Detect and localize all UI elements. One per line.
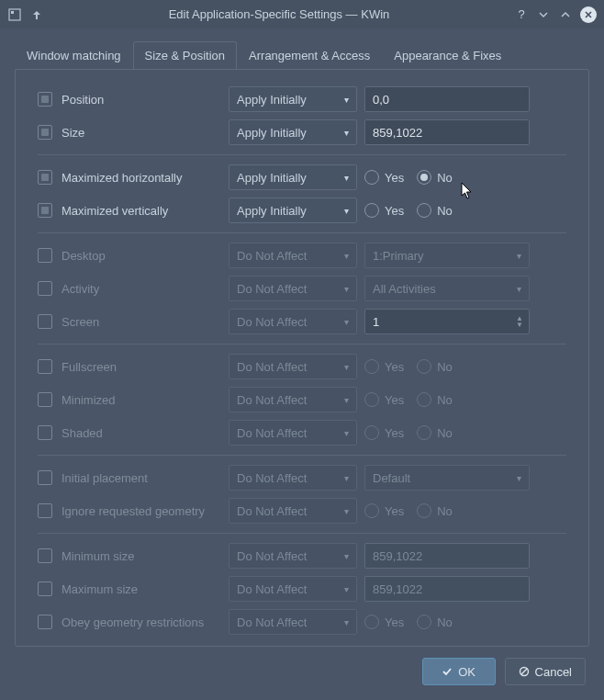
position-input[interactable]: 0,0 xyxy=(364,86,530,112)
activity-rule-select: Do Not Affect ▾ xyxy=(229,276,357,301)
chevron-down-icon: ▾ xyxy=(344,173,349,183)
activity-value-select: All Activities ▾ xyxy=(364,276,530,301)
maxv-rule-select[interactable]: Apply Initially ▾ xyxy=(229,198,357,223)
minimized-checkbox[interactable]: Minimized xyxy=(38,392,221,407)
radio-icon xyxy=(417,425,431,440)
spin-arrows-icon: ▲▼ xyxy=(516,315,523,328)
ignoregeo-checkbox[interactable]: Ignore requested geometry xyxy=(38,503,221,518)
activity-checkbox[interactable]: Activity xyxy=(38,281,221,296)
maxh-no-radio[interactable]: No xyxy=(417,170,453,185)
checkbox-icon xyxy=(38,92,52,107)
shaded-rule-select: Do Not Affect ▾ xyxy=(229,420,357,446)
desktop-label: Desktop xyxy=(62,249,106,263)
position-checkbox[interactable]: Position xyxy=(38,92,221,107)
desktop-value-select: 1:Primary ▾ xyxy=(364,243,530,268)
chevron-down-icon: ▾ xyxy=(517,284,521,294)
maxsize-label: Maximum size xyxy=(62,582,138,596)
radio-icon xyxy=(364,359,379,374)
chevron-down-icon: ▾ xyxy=(344,284,349,294)
size-input[interactable]: 859,1022 xyxy=(364,119,530,145)
minsize-input: 859,1022 xyxy=(364,543,530,569)
window-title: Edit Application-Specific Settings — KWi… xyxy=(51,7,507,21)
close-icon[interactable] xyxy=(580,6,597,23)
checkbox-icon xyxy=(38,548,52,563)
app-menu-icon[interactable] xyxy=(7,7,22,22)
cancel-button[interactable]: Cancel xyxy=(505,658,586,685)
fullscreen-checkbox[interactable]: Fullscreen xyxy=(38,359,221,374)
tab-window-matching[interactable]: Window matching xyxy=(15,41,133,69)
radio-icon xyxy=(417,170,431,185)
minsize-checkbox[interactable]: Minimum size xyxy=(38,548,221,563)
chevron-down-icon: ▾ xyxy=(517,473,521,483)
checkbox-icon xyxy=(38,248,52,263)
obey-label: Obey geometry restrictions xyxy=(62,615,204,629)
shaded-label: Shaded xyxy=(62,426,103,440)
separator xyxy=(38,232,566,233)
pin-icon[interactable] xyxy=(29,7,44,22)
checkbox-icon xyxy=(38,125,52,140)
checkbox-icon xyxy=(38,203,52,218)
fullscreen-no-radio: No xyxy=(417,359,453,374)
shaded-no-radio: No xyxy=(417,425,453,440)
maxh-radios: Yes No xyxy=(364,170,530,185)
placement-checkbox[interactable]: Initial placement xyxy=(38,470,221,485)
radio-icon xyxy=(417,615,431,629)
maxsize-checkbox[interactable]: Maximum size xyxy=(38,581,221,596)
maximize-icon[interactable] xyxy=(558,7,573,22)
chevron-down-icon: ▾ xyxy=(344,428,349,438)
fullscreen-label: Fullscreen xyxy=(62,360,117,374)
fullscreen-yes-radio: Yes xyxy=(364,359,404,374)
svg-line-3 xyxy=(521,669,527,674)
shaded-radios: Yes No xyxy=(364,425,530,440)
chevron-down-icon: ▾ xyxy=(344,584,349,594)
desktop-rule-select: Do Not Affect ▾ xyxy=(229,243,357,268)
tab-size-position[interactable]: Size & Position xyxy=(133,41,237,69)
svg-rect-0 xyxy=(9,9,20,20)
maxh-yes-radio[interactable]: Yes xyxy=(364,170,404,185)
svg-rect-1 xyxy=(11,11,14,14)
size-rule-select[interactable]: Apply Initially ▾ xyxy=(229,119,357,145)
cancel-icon xyxy=(519,666,530,677)
obey-checkbox[interactable]: Obey geometry restrictions xyxy=(38,615,221,629)
maxv-yes-radio[interactable]: Yes xyxy=(364,203,404,218)
checkbox-icon xyxy=(38,470,52,485)
minsize-label: Minimum size xyxy=(62,549,134,563)
chevron-down-icon: ▾ xyxy=(344,551,349,561)
minimized-rule-select: Do Not Affect ▾ xyxy=(229,387,357,412)
radio-icon xyxy=(417,392,431,407)
size-checkbox[interactable]: Size xyxy=(38,125,221,140)
desktop-checkbox[interactable]: Desktop xyxy=(38,248,221,263)
screen-checkbox[interactable]: Screen xyxy=(38,314,221,329)
radio-icon xyxy=(417,203,431,218)
screen-rule-select: Do Not Affect ▾ xyxy=(229,309,357,334)
tab-bar: Window matching Size & Position Arrangem… xyxy=(15,41,589,69)
chevron-down-icon: ▾ xyxy=(344,95,349,105)
shaded-checkbox[interactable]: Shaded xyxy=(38,425,221,440)
chevron-down-icon: ▾ xyxy=(517,251,521,261)
radio-icon xyxy=(417,503,431,518)
tab-appearance-fixes[interactable]: Appearance & Fixes xyxy=(382,41,513,69)
maxsize-rule-select: Do Not Affect ▾ xyxy=(229,576,357,602)
radio-icon xyxy=(364,615,379,629)
maxv-checkbox[interactable]: Maximized vertically xyxy=(38,203,221,218)
chevron-down-icon: ▾ xyxy=(344,251,349,261)
help-icon[interactable]: ? xyxy=(514,7,529,22)
checkbox-icon xyxy=(38,581,52,596)
position-rule-select[interactable]: Apply Initially ▾ xyxy=(229,86,357,112)
maxv-no-radio[interactable]: No xyxy=(417,203,453,218)
fullscreen-rule-select: Do Not Affect ▾ xyxy=(229,354,357,379)
maxh-checkbox[interactable]: Maximized horizontally xyxy=(38,170,221,185)
checkbox-icon xyxy=(38,615,52,629)
chevron-down-icon: ▾ xyxy=(344,395,349,405)
screen-label: Screen xyxy=(62,315,99,329)
tab-arrangement-access[interactable]: Arrangement & Access xyxy=(237,41,382,69)
chevron-down-icon: ▾ xyxy=(344,617,349,627)
maxh-rule-select[interactable]: Apply Initially ▾ xyxy=(229,164,357,190)
separator xyxy=(38,154,566,155)
minimize-icon[interactable] xyxy=(536,7,551,22)
obey-rule-select: Do Not Affect ▾ xyxy=(229,609,357,635)
ignoregeo-no-radio: No xyxy=(417,503,453,518)
ok-button[interactable]: OK xyxy=(422,658,496,685)
chevron-down-icon: ▾ xyxy=(344,206,349,216)
chevron-down-icon: ▾ xyxy=(344,362,349,372)
